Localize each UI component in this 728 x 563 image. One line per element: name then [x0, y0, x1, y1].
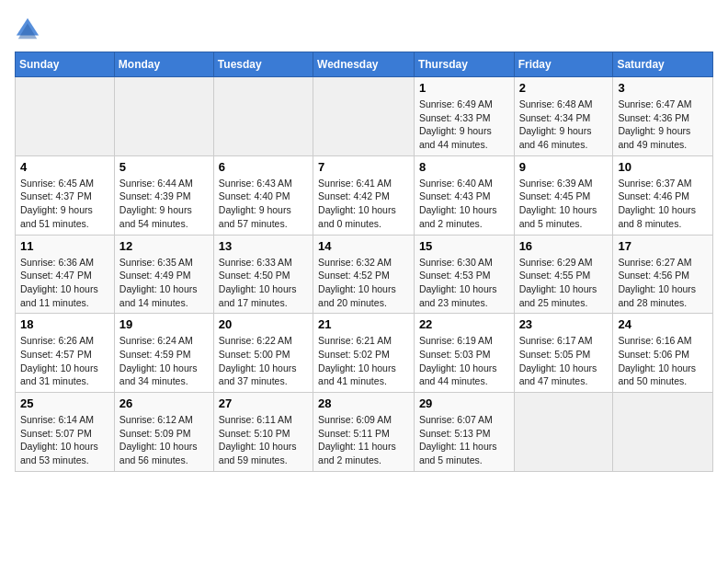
calendar-cell: 21Sunrise: 6:21 AM Sunset: 5:02 PM Dayli…: [313, 314, 415, 393]
day-number: 24: [618, 317, 708, 331]
calendar-cell: [613, 393, 713, 472]
calendar-cell: 26Sunrise: 6:12 AM Sunset: 5:09 PM Dayli…: [114, 393, 213, 472]
day-number: 9: [519, 160, 609, 174]
day-info: Sunrise: 6:39 AM Sunset: 4:45 PM Dayligh…: [519, 177, 609, 231]
day-info: Sunrise: 6:22 AM Sunset: 5:00 PM Dayligh…: [219, 334, 308, 388]
day-info: Sunrise: 6:19 AM Sunset: 5:03 PM Dayligh…: [419, 334, 509, 388]
day-number: 6: [219, 160, 308, 174]
calendar-cell: 23Sunrise: 6:17 AM Sunset: 5:05 PM Dayli…: [514, 314, 613, 393]
calendar-cell: 8Sunrise: 6:40 AM Sunset: 4:43 PM Daylig…: [414, 155, 514, 235]
calendar-cell: [213, 77, 313, 156]
day-info: Sunrise: 6:49 AM Sunset: 4:33 PM Dayligh…: [419, 98, 509, 152]
day-number: 29: [419, 396, 509, 410]
day-info: Sunrise: 6:12 AM Sunset: 5:09 PM Dayligh…: [119, 413, 209, 467]
weekday-header-thursday: Thursday: [414, 52, 514, 77]
calendar-cell: 27Sunrise: 6:11 AM Sunset: 5:10 PM Dayli…: [213, 393, 313, 472]
weekday-header-sunday: Sunday: [16, 52, 115, 77]
calendar-cell: 29Sunrise: 6:07 AM Sunset: 5:13 PM Dayli…: [414, 393, 514, 472]
calendar-cell: 18Sunrise: 6:26 AM Sunset: 4:57 PM Dayli…: [16, 314, 115, 393]
day-number: 16: [519, 239, 609, 253]
calendar-cell: 2Sunrise: 6:48 AM Sunset: 4:34 PM Daylig…: [514, 77, 613, 156]
calendar-cell: 5Sunrise: 6:44 AM Sunset: 4:39 PM Daylig…: [114, 155, 213, 235]
calendar-cell: 19Sunrise: 6:24 AM Sunset: 4:59 PM Dayli…: [114, 314, 213, 393]
day-number: 23: [519, 317, 609, 331]
day-info: Sunrise: 6:07 AM Sunset: 5:13 PM Dayligh…: [419, 413, 509, 467]
logo: [15, 18, 42, 44]
weekday-header-wednesday: Wednesday: [313, 52, 415, 77]
calendar-cell: 25Sunrise: 6:14 AM Sunset: 5:07 PM Dayli…: [16, 393, 115, 472]
day-number: 19: [119, 317, 209, 331]
day-number: 17: [618, 239, 708, 253]
day-info: Sunrise: 6:17 AM Sunset: 5:05 PM Dayligh…: [519, 334, 609, 388]
day-number: 4: [20, 160, 109, 174]
day-number: 2: [519, 81, 609, 95]
day-number: 22: [419, 317, 509, 331]
calendar-cell: 3Sunrise: 6:47 AM Sunset: 4:36 PM Daylig…: [613, 77, 713, 156]
day-info: Sunrise: 6:30 AM Sunset: 4:53 PM Dayligh…: [419, 256, 509, 310]
day-info: Sunrise: 6:45 AM Sunset: 4:37 PM Dayligh…: [20, 177, 109, 231]
day-info: Sunrise: 6:29 AM Sunset: 4:55 PM Dayligh…: [519, 256, 609, 310]
day-number: 25: [20, 396, 109, 410]
day-info: Sunrise: 6:09 AM Sunset: 5:11 PM Dayligh…: [318, 413, 409, 467]
calendar-week-row: 25Sunrise: 6:14 AM Sunset: 5:07 PM Dayli…: [16, 393, 713, 472]
day-info: Sunrise: 6:14 AM Sunset: 5:07 PM Dayligh…: [20, 413, 109, 467]
calendar-cell: 11Sunrise: 6:36 AM Sunset: 4:47 PM Dayli…: [16, 235, 115, 314]
calendar-cell: 20Sunrise: 6:22 AM Sunset: 5:00 PM Dayli…: [213, 314, 313, 393]
day-info: Sunrise: 6:27 AM Sunset: 4:56 PM Dayligh…: [618, 256, 708, 310]
weekday-header-row: SundayMondayTuesdayWednesdayThursdayFrid…: [16, 52, 713, 77]
day-number: 18: [20, 317, 109, 331]
day-info: Sunrise: 6:33 AM Sunset: 4:50 PM Dayligh…: [219, 256, 308, 310]
day-number: 10: [618, 160, 708, 174]
day-info: Sunrise: 6:44 AM Sunset: 4:39 PM Dayligh…: [119, 177, 209, 231]
calendar-cell: [16, 77, 115, 156]
day-number: 27: [219, 396, 308, 410]
calendar-cell: 10Sunrise: 6:37 AM Sunset: 4:46 PM Dayli…: [613, 155, 713, 235]
calendar-cell: 4Sunrise: 6:45 AM Sunset: 4:37 PM Daylig…: [16, 155, 115, 235]
day-info: Sunrise: 6:37 AM Sunset: 4:46 PM Dayligh…: [618, 177, 708, 231]
calendar-week-row: 4Sunrise: 6:45 AM Sunset: 4:37 PM Daylig…: [16, 155, 713, 235]
day-number: 15: [419, 239, 509, 253]
calendar-week-row: 1Sunrise: 6:49 AM Sunset: 4:33 PM Daylig…: [16, 77, 713, 156]
day-info: Sunrise: 6:47 AM Sunset: 4:36 PM Dayligh…: [618, 98, 708, 152]
day-info: Sunrise: 6:41 AM Sunset: 4:42 PM Dayligh…: [318, 177, 409, 231]
day-info: Sunrise: 6:35 AM Sunset: 4:49 PM Dayligh…: [119, 256, 209, 310]
day-number: 11: [20, 239, 109, 253]
day-number: 3: [618, 81, 708, 95]
calendar-cell: 24Sunrise: 6:16 AM Sunset: 5:06 PM Dayli…: [613, 314, 713, 393]
day-info: Sunrise: 6:40 AM Sunset: 4:43 PM Dayligh…: [419, 177, 509, 231]
day-number: 5: [119, 160, 209, 174]
day-number: 21: [318, 317, 409, 331]
day-info: Sunrise: 6:11 AM Sunset: 5:10 PM Dayligh…: [219, 413, 308, 467]
calendar-cell: [114, 77, 213, 156]
day-info: Sunrise: 6:48 AM Sunset: 4:34 PM Dayligh…: [519, 98, 609, 152]
logo-icon: [15, 17, 40, 42]
calendar-cell: 28Sunrise: 6:09 AM Sunset: 5:11 PM Dayli…: [313, 393, 415, 472]
day-number: 7: [318, 160, 409, 174]
calendar-cell: 16Sunrise: 6:29 AM Sunset: 4:55 PM Dayli…: [514, 235, 613, 314]
weekday-header-friday: Friday: [514, 52, 613, 77]
calendar-cell: [514, 393, 613, 472]
day-number: 1: [419, 81, 509, 95]
day-info: Sunrise: 6:16 AM Sunset: 5:06 PM Dayligh…: [618, 334, 708, 388]
day-number: 14: [318, 239, 409, 253]
day-number: 28: [318, 396, 409, 410]
day-info: Sunrise: 6:36 AM Sunset: 4:47 PM Dayligh…: [20, 256, 109, 310]
calendar-cell: 22Sunrise: 6:19 AM Sunset: 5:03 PM Dayli…: [414, 314, 514, 393]
day-number: 26: [119, 396, 209, 410]
calendar-cell: 15Sunrise: 6:30 AM Sunset: 4:53 PM Dayli…: [414, 235, 514, 314]
day-info: Sunrise: 6:24 AM Sunset: 4:59 PM Dayligh…: [119, 334, 209, 388]
header: [15, 15, 713, 44]
weekday-header-saturday: Saturday: [613, 52, 713, 77]
day-info: Sunrise: 6:21 AM Sunset: 5:02 PM Dayligh…: [318, 334, 409, 388]
weekday-header-monday: Monday: [114, 52, 213, 77]
day-number: 8: [419, 160, 509, 174]
calendar-cell: 13Sunrise: 6:33 AM Sunset: 4:50 PM Dayli…: [213, 235, 313, 314]
calendar-cell: 14Sunrise: 6:32 AM Sunset: 4:52 PM Dayli…: [313, 235, 415, 314]
calendar-cell: 7Sunrise: 6:41 AM Sunset: 4:42 PM Daylig…: [313, 155, 415, 235]
calendar-cell: 1Sunrise: 6:49 AM Sunset: 4:33 PM Daylig…: [414, 77, 514, 156]
calendar-cell: 9Sunrise: 6:39 AM Sunset: 4:45 PM Daylig…: [514, 155, 613, 235]
calendar-week-row: 11Sunrise: 6:36 AM Sunset: 4:47 PM Dayli…: [16, 235, 713, 314]
day-info: Sunrise: 6:32 AM Sunset: 4:52 PM Dayligh…: [318, 256, 409, 310]
calendar-week-row: 18Sunrise: 6:26 AM Sunset: 4:57 PM Dayli…: [16, 314, 713, 393]
day-number: 12: [119, 239, 209, 253]
